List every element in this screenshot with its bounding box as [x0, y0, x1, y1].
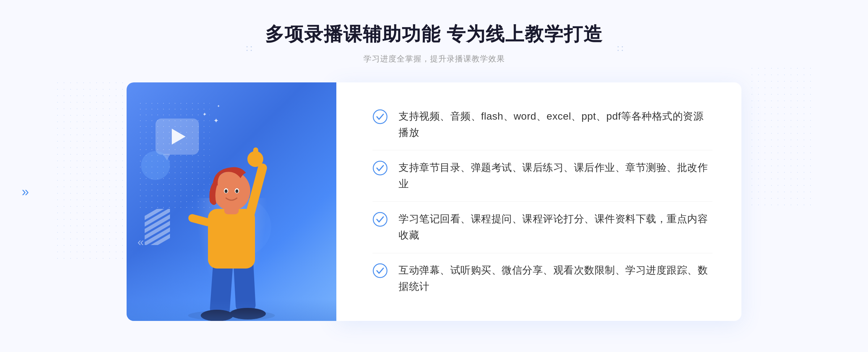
dot-pattern-right	[749, 65, 814, 210]
chevron-left-deco: ∷	[246, 43, 251, 55]
main-title: 多项录播课辅助功能 专为线上教学打造	[0, 22, 868, 47]
svg-point-13	[225, 189, 227, 193]
svg-point-17	[373, 161, 387, 175]
chevron-right-deco: ∷	[617, 43, 622, 55]
content-area: ✦ ✦ ✦ «	[127, 82, 741, 321]
divider-3	[373, 253, 712, 253]
feature-text-4: 互动弹幕、试听购买、微信分享、观看次数限制、学习进度跟踪、数据统计	[399, 262, 712, 295]
svg-point-19	[373, 264, 387, 278]
header-section: ∷ ∷ 多项录播课辅助功能 专为线上教学打造 学习进度全掌握，提升录播课教学效果	[0, 22, 868, 64]
feature-item-1: 支持视频、音频、flash、word、excel、ppt、pdf等各种格式的资源…	[373, 102, 712, 147]
divider-1	[373, 150, 712, 150]
feature-item-2: 支持章节目录、弹题考试、课后练习、课后作业、章节测验、批改作业	[373, 153, 712, 199]
check-icon-4	[373, 263, 388, 278]
feature-item-4: 互动弹幕、试听购买、微信分享、观看次数限制、学习进度跟踪、数据统计	[373, 256, 712, 301]
dot-pattern-left	[54, 80, 127, 260]
illus-bottom-wave	[127, 299, 336, 321]
page-container: » ∷ ∷ 多项录播课辅助功能 专为线上教学打造 学习进度全掌握，提升录播课教学…	[0, 0, 868, 352]
check-icon-3	[373, 212, 388, 227]
feature-text-2: 支持章节目录、弹题考试、课后练习、课后作业、章节测验、批改作业	[399, 160, 712, 192]
illus-chevron: «	[137, 235, 142, 249]
check-icon-1	[373, 109, 388, 124]
features-card: 支持视频、音频、flash、word、excel、ppt、pdf等各种格式的资源…	[336, 82, 741, 321]
feature-item-3: 学习笔记回看、课程提问、课程评论打分、课件资料下载，重点内容收藏	[373, 205, 712, 250]
sub-title: 学习进度全掌握，提升录播课教学效果	[0, 53, 868, 64]
person-illustration	[148, 119, 315, 321]
svg-point-15	[235, 189, 238, 193]
svg-rect-8	[253, 147, 258, 166]
star-deco-1: ✦	[203, 111, 207, 117]
divider-2	[373, 201, 712, 202]
chevron-body-left-deco: »	[22, 184, 27, 199]
svg-point-18	[373, 213, 387, 226]
check-icon-2	[373, 160, 388, 176]
illustration-card: ✦ ✦ ✦ «	[127, 82, 336, 321]
feature-text-3: 学习笔记回看、课程提问、课程评论打分、课件资料下载，重点内容收藏	[399, 211, 712, 244]
feature-text-1: 支持视频、音频、flash、word、excel、ppt、pdf等各种格式的资源…	[399, 108, 712, 141]
star-deco-2: ✦	[217, 104, 220, 108]
svg-point-16	[373, 110, 387, 124]
